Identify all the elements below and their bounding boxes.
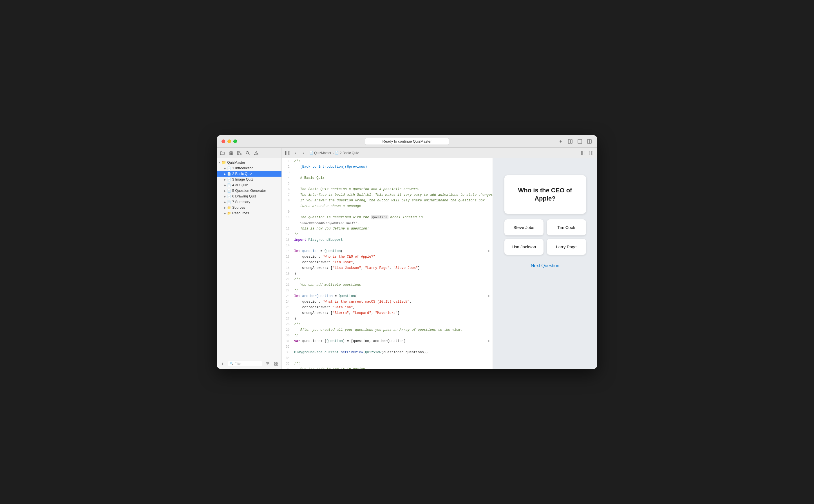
sort-button[interactable] <box>265 361 271 367</box>
sidebar-item-basic-quiz[interactable]: ▶ 📄 2 Basic Quiz <box>217 171 282 177</box>
svg-rect-23 <box>275 362 276 363</box>
titlebar-center <box>365 138 449 145</box>
code-line-27: 27 ) <box>282 316 492 321</box>
minimap-button[interactable] <box>580 150 586 156</box>
hierarchy-icon[interactable] <box>236 150 242 156</box>
layout-editor-button[interactable] <box>586 138 592 145</box>
answer-steve-jobs[interactable]: Steve Jobs <box>504 219 543 235</box>
inspector-button[interactable] <box>588 150 594 156</box>
code-line-16: 16 question: "Who is the CEO of Apple?", <box>282 254 492 260</box>
quiz-question-text: Who is the CEO of Apple? <box>518 187 572 202</box>
code-line-8: 8 If you answer the question wrong, the … <box>282 198 492 203</box>
grid-icon[interactable] <box>228 150 234 156</box>
preview-panel: Who is the CEO of Apple? Steve Jobs Tim … <box>493 158 597 369</box>
answer-larry-page[interactable]: Larry Page <box>547 239 586 255</box>
warning-icon[interactable] <box>253 150 259 156</box>
run-button-23[interactable]: ▶ <box>487 293 492 299</box>
sidebar-toolbar <box>217 148 282 158</box>
svg-rect-27 <box>286 151 290 155</box>
ready-status-input[interactable] <box>365 138 449 145</box>
titlebar: + <box>217 135 597 148</box>
close-button[interactable] <box>222 139 225 143</box>
layout-full-button[interactable] <box>577 138 583 145</box>
sidebar-item-root[interactable]: ▼ 📁 QuizMaster <box>217 159 282 165</box>
code-editor[interactable]: 1 /*: 2 [Back to Introduction](@previous… <box>282 158 493 369</box>
code-line-28: 28 /*: <box>282 321 492 327</box>
sidebar-item-resources[interactable]: ▶ 📁 Resources <box>217 210 282 216</box>
traffic-lights <box>222 139 237 143</box>
svg-rect-0 <box>568 139 570 143</box>
answer-tim-cook[interactable]: Tim Cook <box>547 219 586 235</box>
code-line-26: 26 wrongAnswers: ["Sierra", "Leopard", "… <box>282 310 492 316</box>
code-line-1: 1 /*: <box>282 158 492 164</box>
code-line-25: 25 correctAnswer: "Catalina", <box>282 305 492 310</box>
main-content: ▼ 📁 QuizMaster ▶ 📄 1 Introduction ▶ 📄 2 … <box>217 148 597 369</box>
add-button[interactable]: + <box>557 138 564 145</box>
editor-wrapper: 1 /*: 2 [Back to Introduction](@previous… <box>282 158 597 369</box>
breadcrumb-sep-1: › <box>332 151 334 155</box>
grid-view-button[interactable] <box>273 361 279 367</box>
code-line-33: 33 PlaygroundPage.current.setLiveView(Qu… <box>282 350 492 355</box>
code-line-9: 9 <box>282 209 492 215</box>
code-line-12: 12 */ <box>282 231 492 237</box>
svg-rect-8 <box>232 153 233 155</box>
code-line-36: 36 Run the code to see it in action. <box>282 366 492 369</box>
filter-input-wrapper[interactable]: 🔍 Filter <box>228 361 262 366</box>
code-line-8b: turns around a shows a message. <box>282 203 492 209</box>
svg-rect-1 <box>570 139 572 143</box>
forward-button[interactable]: › <box>300 150 307 156</box>
svg-line-17 <box>249 154 250 155</box>
code-line-14: 14 <box>282 243 492 248</box>
code-line-21: 21 You can add multiple questions: <box>282 282 492 288</box>
next-question-button[interactable]: Next Question <box>531 263 559 268</box>
titlebar-right-controls: + <box>557 138 592 145</box>
code-line-19: 19 ) <box>282 271 492 276</box>
svg-rect-32 <box>589 151 593 155</box>
code-line-20: 20 /*: <box>282 276 492 282</box>
add-file-button[interactable]: + <box>219 361 226 367</box>
split-view-button[interactable] <box>285 150 291 156</box>
breadcrumb-item-playground: 📄 QuizMaster <box>309 151 331 155</box>
sidebar-item-3d-quiz[interactable]: ▶ 📄 4 3D Quiz <box>217 182 282 188</box>
svg-rect-25 <box>275 364 276 365</box>
maximize-button[interactable] <box>233 139 237 143</box>
sidebar-item-sources[interactable]: ▶ 📁 Sources <box>217 205 282 210</box>
back-button[interactable]: ‹ <box>293 150 299 156</box>
code-line-13: 13 import PlaygroundSupport <box>282 237 492 243</box>
sidebar-item-drawing-quiz[interactable]: ▶ 📄 6 Drawing Quiz <box>217 193 282 199</box>
code-line-15: 15 let question = Question( ▶ <box>282 248 492 254</box>
layout-split-button[interactable] <box>567 138 573 145</box>
svg-rect-9 <box>237 151 239 152</box>
code-line-5: 5 <box>282 181 492 186</box>
filter-placeholder-text: Filter <box>235 362 242 365</box>
sidebar-bottom: + 🔍 Filter <box>217 358 282 369</box>
svg-rect-10 <box>239 151 240 152</box>
code-line-24: 24 question: "What is the current macOS … <box>282 299 492 305</box>
code-line-10b: *Sources/Models/Question.swift*. <box>282 220 492 226</box>
code-line-17: 17 correctAnswer: "Tim Cook", <box>282 260 492 265</box>
sidebar-item-image-quiz[interactable]: ▶ 📄 3 Image Quiz <box>217 177 282 182</box>
back-link[interactable]: [Back to Introduction](@previous) <box>300 165 367 169</box>
code-line-31: 31 var questions: [Question] = [question… <box>282 338 492 344</box>
code-line-23: 23 let anotherQuestion = Question( ▶ <box>282 293 492 299</box>
quiz-question-card: Who is the CEO of Apple? <box>504 175 586 214</box>
code-line-29: 29 After you created all your questions … <box>282 327 492 333</box>
minimize-button[interactable] <box>228 139 231 143</box>
code-line-32: 32 <box>282 344 492 350</box>
code-line-4: 4 # Basic Quiz <box>282 175 492 181</box>
run-button-15[interactable]: ▶ <box>487 248 492 254</box>
code-line-6: 6 The Basic Quiz contains a question and… <box>282 186 492 192</box>
svg-rect-30 <box>581 151 585 155</box>
code-line-10: 10 The question is described with the Qu… <box>282 215 492 220</box>
sidebar-tree: ▼ 📁 QuizMaster ▶ 📄 1 Introduction ▶ 📄 2 … <box>217 158 282 358</box>
run-button-31[interactable]: ▶ <box>487 338 492 344</box>
code-line-34: 34 <box>282 355 492 361</box>
search-icon[interactable] <box>245 150 251 156</box>
folder-icon[interactable] <box>219 150 226 156</box>
sidebar-item-summary[interactable]: ▶ 📄 7 Summary <box>217 199 282 205</box>
sidebar-item-question-generator[interactable]: ▶ 📄 5 Question Generator <box>217 188 282 193</box>
sidebar-item-introduction[interactable]: ▶ 📄 1 Introduction <box>217 165 282 171</box>
breadcrumb-item-basic-quiz: 📄 2 Basic Quiz <box>335 151 359 155</box>
answer-lisa-jackson[interactable]: Lisa Jackson <box>504 239 543 255</box>
code-line-22: 22 */ <box>282 288 492 293</box>
